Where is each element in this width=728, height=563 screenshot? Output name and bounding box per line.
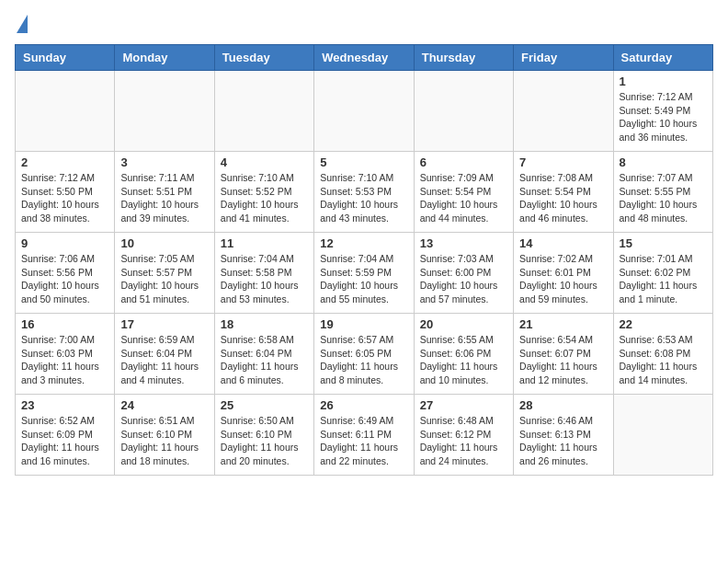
day-number: 26 [320, 398, 407, 412]
day-number: 11 [221, 236, 308, 250]
calendar-day: 19Sunrise: 6:57 AMSunset: 6:05 PMDayligh… [314, 314, 414, 395]
day-info: Sunrise: 6:58 AMSunset: 6:04 PMDaylight:… [221, 333, 308, 387]
day-number: 14 [519, 236, 607, 250]
day-info: Sunrise: 7:03 AMSunset: 6:00 PMDaylight:… [420, 252, 507, 306]
calendar-day: 24Sunrise: 6:51 AMSunset: 6:10 PMDayligh… [115, 395, 214, 476]
calendar-week-3: 9Sunrise: 7:06 AMSunset: 5:56 PMDaylight… [16, 233, 713, 314]
calendar-table: SundayMondayTuesdayWednesdayThursdayFrid… [15, 44, 713, 476]
calendar-day [314, 71, 414, 152]
calendar-day: 8Sunrise: 7:07 AMSunset: 5:55 PMDaylight… [613, 152, 712, 233]
day-info: Sunrise: 7:05 AMSunset: 5:57 PMDaylight:… [120, 252, 208, 306]
day-info: Sunrise: 6:52 AMSunset: 6:09 PMDaylight:… [21, 414, 108, 468]
calendar-day [115, 71, 214, 152]
calendar-day [214, 71, 313, 152]
day-number: 9 [21, 236, 108, 250]
calendar-week-4: 16Sunrise: 7:00 AMSunset: 6:03 PMDayligh… [16, 314, 713, 395]
calendar-day: 18Sunrise: 6:58 AMSunset: 6:04 PMDayligh… [214, 314, 313, 395]
day-info: Sunrise: 7:08 AMSunset: 5:54 PMDaylight:… [519, 171, 607, 225]
weekday-header-monday: Monday [115, 45, 214, 71]
calendar-day: 17Sunrise: 6:59 AMSunset: 6:04 PMDayligh… [115, 314, 214, 395]
calendar-day: 12Sunrise: 7:04 AMSunset: 5:59 PMDayligh… [314, 233, 414, 314]
day-info: Sunrise: 6:50 AMSunset: 6:10 PMDaylight:… [221, 414, 308, 468]
day-number: 5 [320, 155, 407, 169]
day-info: Sunrise: 7:11 AMSunset: 5:51 PMDaylight:… [120, 171, 208, 225]
day-number: 22 [620, 317, 707, 331]
weekday-header-tuesday: Tuesday [214, 45, 313, 71]
weekday-header-thursday: Thursday [414, 45, 513, 71]
logo-triangle-icon [17, 15, 28, 33]
calendar-day: 5Sunrise: 7:10 AMSunset: 5:53 PMDaylight… [314, 152, 414, 233]
calendar-day: 9Sunrise: 7:06 AMSunset: 5:56 PMDaylight… [16, 233, 115, 314]
logo [15, 15, 28, 35]
weekday-header-sunday: Sunday [16, 45, 115, 71]
calendar-week-1: 1Sunrise: 7:12 AMSunset: 5:49 PMDaylight… [16, 71, 713, 152]
day-number: 18 [221, 317, 308, 331]
day-number: 7 [519, 155, 607, 169]
day-number: 10 [120, 236, 208, 250]
calendar-day: 27Sunrise: 6:48 AMSunset: 6:12 PMDayligh… [414, 395, 513, 476]
day-number: 24 [120, 398, 208, 412]
day-info: Sunrise: 7:04 AMSunset: 5:59 PMDaylight:… [320, 252, 407, 306]
calendar-day: 25Sunrise: 6:50 AMSunset: 6:10 PMDayligh… [214, 395, 313, 476]
calendar-day [613, 395, 712, 476]
day-info: Sunrise: 6:55 AMSunset: 6:06 PMDaylight:… [420, 333, 507, 387]
day-info: Sunrise: 7:00 AMSunset: 6:03 PMDaylight:… [21, 333, 108, 387]
day-info: Sunrise: 7:12 AMSunset: 5:49 PMDaylight:… [620, 90, 707, 144]
calendar-day: 4Sunrise: 7:10 AMSunset: 5:52 PMDaylight… [214, 152, 313, 233]
day-number: 27 [420, 398, 507, 412]
day-info: Sunrise: 7:10 AMSunset: 5:52 PMDaylight:… [221, 171, 308, 225]
day-info: Sunrise: 7:02 AMSunset: 6:01 PMDaylight:… [519, 252, 607, 306]
day-number: 8 [620, 155, 707, 169]
weekday-header-wednesday: Wednesday [314, 45, 414, 71]
day-number: 28 [519, 398, 607, 412]
calendar-day [16, 71, 115, 152]
calendar-day: 16Sunrise: 7:00 AMSunset: 6:03 PMDayligh… [16, 314, 115, 395]
day-number: 12 [320, 236, 407, 250]
weekday-header-friday: Friday [514, 45, 613, 71]
day-number: 13 [420, 236, 507, 250]
day-info: Sunrise: 7:09 AMSunset: 5:54 PMDaylight:… [420, 171, 507, 225]
day-number: 19 [320, 317, 407, 331]
calendar-day [514, 71, 613, 152]
calendar-day: 6Sunrise: 7:09 AMSunset: 5:54 PMDaylight… [414, 152, 513, 233]
calendar-day: 21Sunrise: 6:54 AMSunset: 6:07 PMDayligh… [514, 314, 613, 395]
day-number: 15 [620, 236, 707, 250]
day-info: Sunrise: 7:12 AMSunset: 5:50 PMDaylight:… [21, 171, 108, 225]
calendar-day: 3Sunrise: 7:11 AMSunset: 5:51 PMDaylight… [115, 152, 214, 233]
day-number: 21 [519, 317, 607, 331]
day-number: 16 [21, 317, 108, 331]
calendar-day: 15Sunrise: 7:01 AMSunset: 6:02 PMDayligh… [613, 233, 712, 314]
day-info: Sunrise: 6:59 AMSunset: 6:04 PMDaylight:… [120, 333, 208, 387]
calendar-header-row: SundayMondayTuesdayWednesdayThursdayFrid… [16, 45, 713, 71]
day-info: Sunrise: 6:57 AMSunset: 6:05 PMDaylight:… [320, 333, 407, 387]
calendar-day: 14Sunrise: 7:02 AMSunset: 6:01 PMDayligh… [514, 233, 613, 314]
day-number: 17 [120, 317, 208, 331]
weekday-header-saturday: Saturday [613, 45, 712, 71]
day-info: Sunrise: 7:04 AMSunset: 5:58 PMDaylight:… [221, 252, 308, 306]
calendar-day [414, 71, 513, 152]
calendar-day: 23Sunrise: 6:52 AMSunset: 6:09 PMDayligh… [16, 395, 115, 476]
day-number: 20 [420, 317, 507, 331]
day-info: Sunrise: 6:53 AMSunset: 6:08 PMDaylight:… [620, 333, 707, 387]
day-number: 4 [221, 155, 308, 169]
calendar-day: 2Sunrise: 7:12 AMSunset: 5:50 PMDaylight… [16, 152, 115, 233]
page-header [15, 15, 713, 35]
day-info: Sunrise: 6:54 AMSunset: 6:07 PMDaylight:… [519, 333, 607, 387]
calendar-day: 26Sunrise: 6:49 AMSunset: 6:11 PMDayligh… [314, 395, 414, 476]
day-info: Sunrise: 6:46 AMSunset: 6:13 PMDaylight:… [519, 414, 607, 468]
day-number: 23 [21, 398, 108, 412]
calendar-week-2: 2Sunrise: 7:12 AMSunset: 5:50 PMDaylight… [16, 152, 713, 233]
calendar-day: 7Sunrise: 7:08 AMSunset: 5:54 PMDaylight… [514, 152, 613, 233]
day-info: Sunrise: 6:49 AMSunset: 6:11 PMDaylight:… [320, 414, 407, 468]
calendar-week-5: 23Sunrise: 6:52 AMSunset: 6:09 PMDayligh… [16, 395, 713, 476]
day-number: 2 [21, 155, 108, 169]
calendar-day: 11Sunrise: 7:04 AMSunset: 5:58 PMDayligh… [214, 233, 313, 314]
calendar-day: 10Sunrise: 7:05 AMSunset: 5:57 PMDayligh… [115, 233, 214, 314]
day-info: Sunrise: 7:06 AMSunset: 5:56 PMDaylight:… [21, 252, 108, 306]
day-number: 25 [221, 398, 308, 412]
day-number: 1 [620, 75, 707, 88]
calendar-day: 22Sunrise: 6:53 AMSunset: 6:08 PMDayligh… [613, 314, 712, 395]
day-number: 6 [420, 155, 507, 169]
day-info: Sunrise: 7:10 AMSunset: 5:53 PMDaylight:… [320, 171, 407, 225]
calendar-day: 13Sunrise: 7:03 AMSunset: 6:00 PMDayligh… [414, 233, 513, 314]
